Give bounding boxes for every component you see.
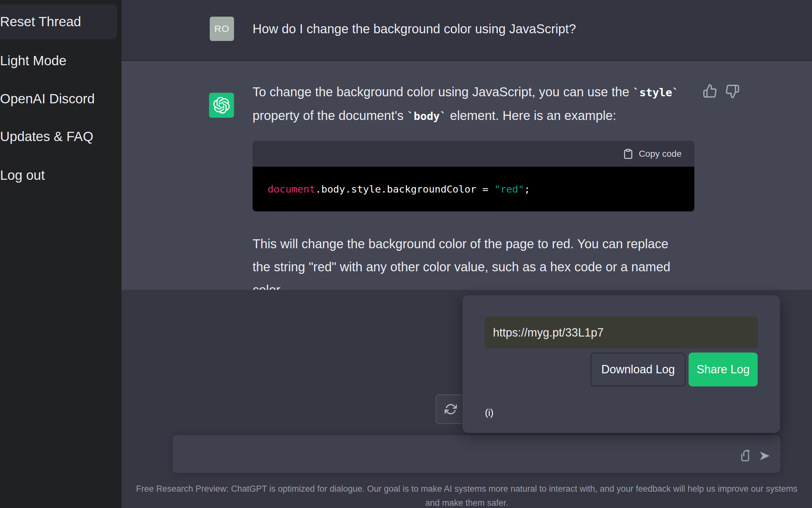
answer-text: To change the background color using Jav… <box>252 85 633 99</box>
modal-info-text: (i) <box>485 407 493 418</box>
user-message-row: RO How do I change the background color … <box>122 0 812 60</box>
assistant-paragraph-1: To change the background color using Jav… <box>252 80 682 128</box>
download-log-button[interactable]: Download Log <box>590 352 686 386</box>
sidebar-item-light-mode[interactable]: Light Mode <box>0 51 118 70</box>
answer-text: element. Here is an example: <box>446 109 616 123</box>
share-log-button[interactable]: Share Log <box>688 352 758 386</box>
export-share-icon[interactable] <box>738 449 752 462</box>
share-url-field[interactable]: https://myg.pt/33L1p7 <box>485 317 758 348</box>
thumbs-down-icon[interactable] <box>725 84 740 99</box>
refresh-icon <box>445 403 457 415</box>
sidebar-item-reset-thread[interactable]: Reset Thread <box>0 12 118 31</box>
sidebar-item-updates-faq[interactable]: Updates & FAQ <box>0 127 118 146</box>
code-token-document: document <box>268 183 315 195</box>
user-avatar-initials: RO <box>214 24 230 34</box>
copy-code-button[interactable]: Copy code <box>639 149 681 159</box>
sidebar-item-openai-discord[interactable]: OpenAI Discord <box>0 89 118 109</box>
code-token-equals: = <box>482 183 494 195</box>
sidebar-item-log-out[interactable]: Log out <box>0 166 118 185</box>
clipboard-icon <box>623 149 634 159</box>
user-question-text: How do I change the background color usi… <box>252 20 764 38</box>
code-block-header: Copy code <box>252 141 695 167</box>
code-block: Copy code document.body.style.background… <box>252 141 695 211</box>
assistant-message-row: To change the background color using Jav… <box>122 60 812 290</box>
disclaimer-text: Free Research Preview: ChatGPT is optimi… <box>122 482 812 508</box>
message-input[interactable] <box>173 435 780 473</box>
code-content: document.body.style.backgroundColor = "r… <box>252 167 695 211</box>
code-token-semicolon: ; <box>524 183 530 195</box>
send-icon[interactable] <box>758 450 771 462</box>
openai-logo-icon <box>213 97 230 114</box>
user-avatar: RO <box>210 17 234 41</box>
code-token-property-chain: .body.style.backgroundColor <box>315 183 482 195</box>
inline-code-body: `body` <box>407 110 446 123</box>
inline-code-style: `style` <box>633 86 679 99</box>
assistant-avatar <box>209 93 234 118</box>
answer-text: property of the document's <box>252 109 407 123</box>
thumbs-up-icon[interactable] <box>703 84 717 98</box>
sidebar: Reset Thread Light Mode OpenAI Discord U… <box>0 0 122 508</box>
share-log-modal: https://myg.pt/33L1p7 Download Log Share… <box>463 295 780 433</box>
code-token-string-red: "red" <box>494 183 524 195</box>
